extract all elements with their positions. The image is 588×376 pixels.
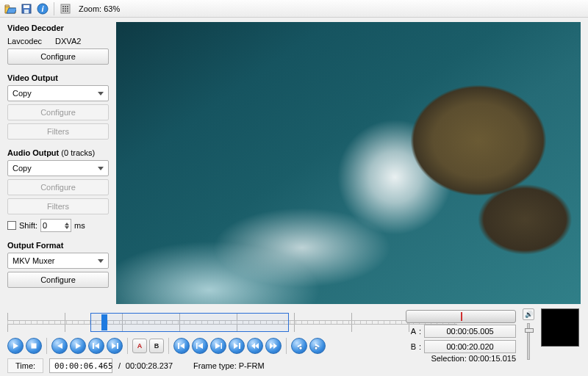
calculator-button[interactable]	[58, 1, 73, 16]
chevron-down-icon	[98, 167, 104, 170]
stop-button[interactable]	[26, 338, 42, 354]
marker-b-field[interactable]: 00:00:20.020	[424, 340, 516, 353]
toolbar-divider	[54, 2, 54, 15]
svg-rect-1	[24, 5, 29, 8]
time-field[interactable]: 00:00:06.465	[49, 358, 112, 373]
jog-wheel[interactable]	[406, 310, 516, 323]
volume-knob[interactable]	[525, 328, 534, 333]
svg-rect-20	[221, 343, 223, 349]
divider	[127, 338, 128, 354]
time-label: Time:	[7, 358, 43, 373]
svg-rect-10	[65, 8, 66, 10]
next-cut-button[interactable]	[265, 338, 282, 354]
chevron-down-icon	[98, 92, 104, 95]
chevron-down-icon	[98, 259, 104, 263]
divider	[286, 338, 287, 354]
back-second-button[interactable]	[291, 338, 307, 354]
svg-rect-17	[117, 343, 118, 349]
selection-duration: Selection: 00:00:15.015	[406, 354, 516, 363]
video-output-filters-button: Filters	[7, 123, 109, 140]
svg-point-22	[299, 346, 303, 349]
goto-marker-a-button[interactable]	[192, 338, 208, 354]
svg-rect-18	[178, 343, 179, 349]
frametype-label: Frame type: P-FRM	[193, 361, 265, 370]
shift-ms-label: ms	[74, 221, 85, 230]
output-format-title: Output Format	[7, 241, 109, 250]
marker-a-field[interactable]: 00:00:05.005	[424, 325, 516, 338]
volume-control: 🔊	[522, 308, 535, 360]
prev-cut-button[interactable]	[247, 338, 263, 354]
audio-output-title: Audio Output (0 tracks)	[7, 148, 109, 157]
audio-output-filters-button: Filters	[7, 198, 109, 214]
svg-rect-11	[67, 8, 68, 10]
set-marker-b-button[interactable]: B	[149, 339, 164, 353]
next-frame-button[interactable]	[70, 338, 86, 354]
duration-label: / 00:00:28.237	[118, 361, 173, 371]
svg-rect-9	[62, 8, 64, 10]
timeline-selection[interactable]	[90, 313, 289, 332]
goto-start-button[interactable]	[173, 338, 190, 354]
svg-rect-6	[62, 6, 64, 7]
audio-output-select[interactable]: Copy	[7, 160, 109, 176]
svg-rect-7	[65, 6, 66, 7]
video-output-configure-button: Configure	[7, 104, 109, 120]
preview-image	[116, 22, 581, 304]
goto-end-button[interactable]	[229, 338, 245, 354]
marker-a-label: A	[406, 327, 416, 336]
decoder-configure-button[interactable]: Configure	[7, 48, 109, 65]
prev-frame-button[interactable]	[51, 338, 68, 354]
divider	[46, 338, 47, 354]
video-preview[interactable]	[116, 22, 581, 304]
shift-stepper[interactable]: 0	[40, 219, 71, 232]
audio-output-selected: Copy	[12, 164, 32, 173]
output-format-configure-button[interactable]: Configure	[7, 272, 109, 288]
audio-output-configure-button: Configure	[7, 179, 109, 195]
output-format-select[interactable]: MKV Muxer	[7, 253, 109, 269]
divider	[168, 338, 169, 354]
info-button[interactable]: i	[35, 1, 50, 16]
goto-marker-b-button[interactable]	[210, 338, 226, 354]
svg-rect-15	[32, 344, 37, 349]
prev-keyframe-button[interactable]	[88, 338, 104, 354]
shift-label: Shift:	[19, 221, 37, 230]
svg-rect-21	[239, 343, 240, 349]
video-output-selected: Copy	[12, 89, 32, 98]
video-output-title: Video Output	[7, 73, 109, 82]
preview-thumbnail	[541, 308, 579, 347]
video-decoder-title: Video Decoder	[7, 24, 109, 32]
volume-slider[interactable]	[527, 323, 530, 360]
save-button[interactable]	[19, 1, 34, 16]
svg-rect-13	[65, 10, 66, 12]
svg-rect-12	[62, 10, 64, 12]
video-output-select[interactable]: Copy	[7, 85, 109, 101]
sidebar: Video Decoder Lavcodec DXVA2 Configure V…	[0, 18, 116, 307]
shift-checkbox[interactable]	[7, 221, 16, 230]
forward-second-button[interactable]	[309, 338, 326, 354]
svg-rect-16	[93, 343, 94, 349]
open-file-button[interactable]	[3, 1, 18, 16]
decoder-hw: DXVA2	[55, 37, 81, 46]
marker-b-label: B	[406, 342, 416, 351]
next-keyframe-button[interactable]	[107, 338, 123, 354]
svg-rect-19	[196, 343, 198, 349]
output-format-selected: MKV Muxer	[12, 256, 54, 265]
top-toolbar: i Zoom: 63%	[0, 0, 588, 18]
play-button[interactable]	[7, 338, 24, 354]
set-marker-a-button[interactable]: A	[132, 339, 147, 353]
svg-rect-14	[67, 10, 68, 12]
svg-rect-8	[67, 6, 68, 7]
speaker-icon[interactable]: 🔊	[523, 308, 534, 320]
zoom-label: Zoom: 63%	[79, 4, 120, 13]
svg-point-23	[315, 346, 318, 349]
decoder-codec: Lavcodec	[7, 37, 42, 46]
marker-panel: A: 00:00:05.005 B: 00:00:20.020 Selectio…	[406, 310, 516, 363]
timeline-playhead[interactable]	[101, 314, 107, 330]
svg-rect-2	[24, 10, 29, 13]
